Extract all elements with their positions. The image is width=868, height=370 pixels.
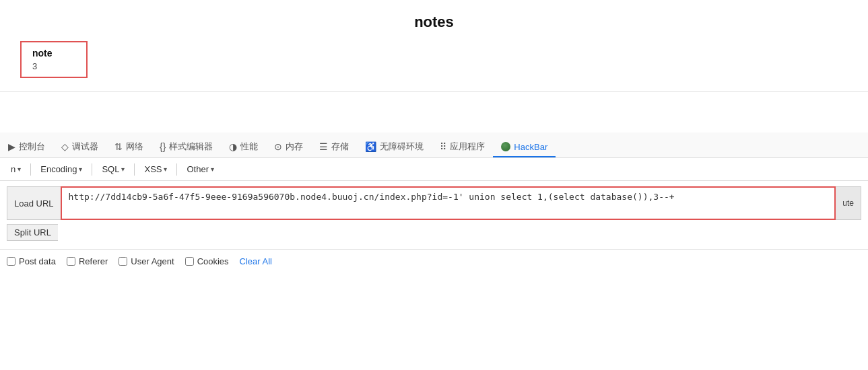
other-menu-arrow-icon: ▾: [211, 165, 214, 173]
spacer: [0, 92, 868, 133]
tab-memory[interactable]: ⊙ 内存: [266, 137, 311, 158]
hackbar-content: Load URL http://7dd14cb9-5a6f-47f5-9eee-…: [0, 181, 868, 250]
load-url-button[interactable]: Load URL: [7, 186, 61, 220]
sql-menu-arrow-icon: ▾: [121, 165, 125, 173]
separator-2: [92, 163, 92, 176]
tab-accessibility-label: 无障碍环境: [380, 141, 424, 153]
tab-accessibility[interactable]: ♿ 无障碍环境: [357, 137, 432, 158]
storage-icon: ☰: [319, 141, 328, 152]
tab-debugger-label: 调试器: [72, 141, 98, 153]
execute-button[interactable]: ute: [836, 186, 861, 220]
applications-icon: ⠿: [440, 141, 446, 152]
separator-3: [134, 163, 135, 176]
encoding-menu-button[interactable]: Encoding ▾: [35, 162, 88, 176]
tab-console[interactable]: ▶ 控制台: [0, 137, 53, 158]
tab-style-editor[interactable]: {} 样式编辑器: [152, 137, 221, 158]
xss-menu-button[interactable]: XSS ▾: [139, 162, 172, 176]
load-url-label: Load URL: [14, 198, 54, 209]
page-title: notes: [13, 7, 855, 41]
execute-label: ute: [842, 198, 854, 208]
other-menu-label: Other: [187, 164, 209, 174]
note-card-label: note: [32, 48, 75, 59]
xss-menu-label: XSS: [144, 164, 162, 174]
tab-storage-label: 存储: [331, 141, 349, 153]
encoding-menu-label: Encoding: [40, 164, 77, 174]
user-agent-checkbox[interactable]: [119, 257, 127, 266]
split-url-label: Split URL: [14, 227, 51, 237]
hackbar-dot-icon: [501, 142, 510, 151]
tab-style-editor-label: 样式编辑器: [169, 141, 213, 153]
url-input[interactable]: http://7dd14cb9-5a6f-47f5-9eee-9169a5960…: [61, 186, 836, 220]
user-agent-label: User Agent: [131, 256, 174, 266]
accessibility-icon: ♿: [365, 141, 376, 152]
tab-performance[interactable]: ◑ 性能: [221, 137, 266, 158]
n-menu-label: n: [11, 164, 15, 174]
referer-checkbox-item[interactable]: Referer: [67, 256, 108, 266]
n-menu-button[interactable]: n ▾: [5, 162, 26, 176]
url-row: Load URL http://7dd14cb9-5a6f-47f5-9eee-…: [7, 186, 861, 220]
cookies-checkbox[interactable]: [185, 257, 194, 266]
split-url-row: Split URL: [7, 224, 861, 241]
debugger-icon: ◇: [61, 141, 69, 152]
tab-memory-label: 内存: [286, 141, 303, 153]
separator-4: [176, 163, 177, 176]
note-card: note 3: [20, 41, 88, 78]
clear-all-button[interactable]: Clear All: [240, 256, 272, 266]
sql-menu-label: SQL: [102, 164, 119, 174]
post-data-checkbox[interactable]: [7, 257, 15, 266]
hackbar-toolbar: n ▾ Encoding ▾ SQL ▾ XSS ▾ Other ▾: [0, 158, 868, 181]
cookies-label: Cookies: [197, 256, 229, 266]
tab-performance-label: 性能: [240, 141, 258, 153]
tab-applications[interactable]: ⠿ 应用程序: [432, 137, 493, 158]
console-icon: ▶: [8, 141, 15, 152]
encoding-menu-arrow-icon: ▾: [79, 165, 82, 173]
memory-icon: ⊙: [274, 141, 282, 152]
split-url-button[interactable]: Split URL: [7, 224, 58, 241]
note-card-value: 3: [32, 61, 75, 71]
tab-applications-label: 应用程序: [450, 141, 485, 153]
separator-1: [30, 163, 31, 176]
referer-label: Referer: [79, 256, 108, 266]
tab-hackbar[interactable]: HackBar: [493, 138, 556, 157]
tab-storage[interactable]: ☰ 存储: [311, 137, 357, 158]
tab-hackbar-label: HackBar: [514, 142, 547, 152]
devtools-tabs-bar: ▶ 控制台 ◇ 调试器 ⇅ 网络 {} 样式编辑器 ◑ 性能 ⊙ 内存 ☰ 存储…: [0, 133, 868, 158]
tab-console-label: 控制台: [19, 141, 45, 153]
checkboxes-row: Post data Referer User Agent Cookies Cle…: [0, 250, 868, 273]
style-editor-icon: {}: [160, 141, 166, 152]
referer-checkbox[interactable]: [67, 257, 75, 266]
cookies-checkbox-item[interactable]: Cookies: [185, 256, 229, 266]
tab-network-label: 网络: [126, 141, 143, 153]
tab-network[interactable]: ⇅ 网络: [106, 137, 152, 158]
user-agent-checkbox-item[interactable]: User Agent: [119, 256, 174, 266]
network-icon: ⇅: [114, 141, 123, 152]
post-data-checkbox-item[interactable]: Post data: [7, 256, 56, 266]
sql-menu-button[interactable]: SQL ▾: [96, 162, 130, 176]
performance-icon: ◑: [229, 141, 237, 152]
post-data-label: Post data: [19, 256, 56, 266]
tab-debugger[interactable]: ◇ 调试器: [53, 137, 106, 158]
n-menu-arrow-icon: ▾: [18, 165, 21, 173]
xss-menu-arrow-icon: ▾: [164, 165, 167, 173]
other-menu-button[interactable]: Other ▾: [181, 162, 220, 176]
